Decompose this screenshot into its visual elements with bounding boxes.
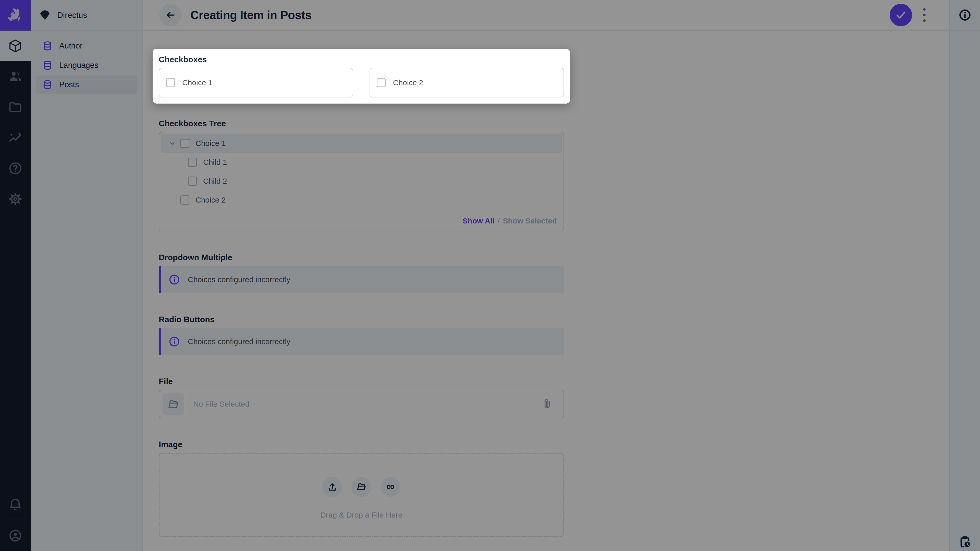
choice-label: Choice 1 <box>182 78 212 87</box>
checkbox-icon[interactable] <box>377 78 386 87</box>
checkbox-group: Choice 1 Choice 2 <box>159 68 564 97</box>
field-label: Checkboxes <box>159 55 564 64</box>
choice-label: Choice 2 <box>393 78 423 87</box>
checkbox-choice-1[interactable]: Choice 1 <box>159 68 353 97</box>
field-checkboxes: Checkboxes Choice 1 Choice 2 <box>153 49 570 103</box>
checkbox-choice-2[interactable]: Choice 2 <box>369 68 564 97</box>
checkbox-icon[interactable] <box>166 78 175 87</box>
